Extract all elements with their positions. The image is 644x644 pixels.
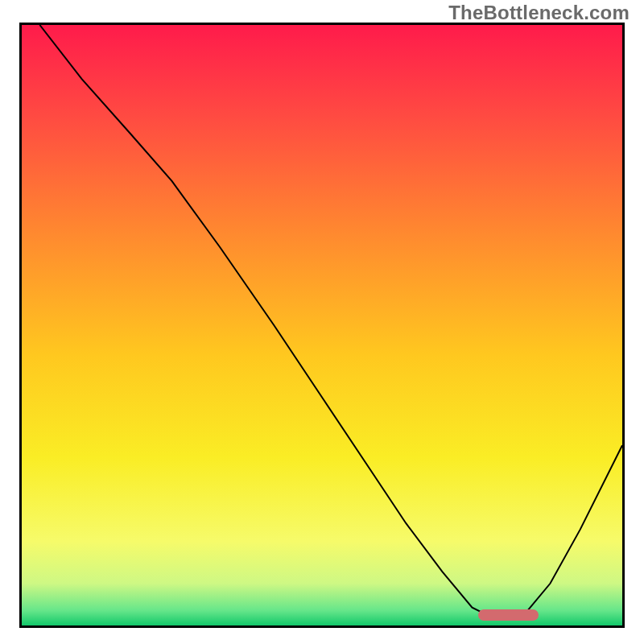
plot-area xyxy=(19,23,625,628)
optimal-marker xyxy=(478,609,539,621)
chart-root: TheBottleneck.com xyxy=(0,0,644,644)
curve-layer xyxy=(22,25,622,625)
bottleneck-curve xyxy=(39,25,622,620)
watermark: TheBottleneck.com xyxy=(448,2,630,24)
plot-inner xyxy=(22,25,622,625)
